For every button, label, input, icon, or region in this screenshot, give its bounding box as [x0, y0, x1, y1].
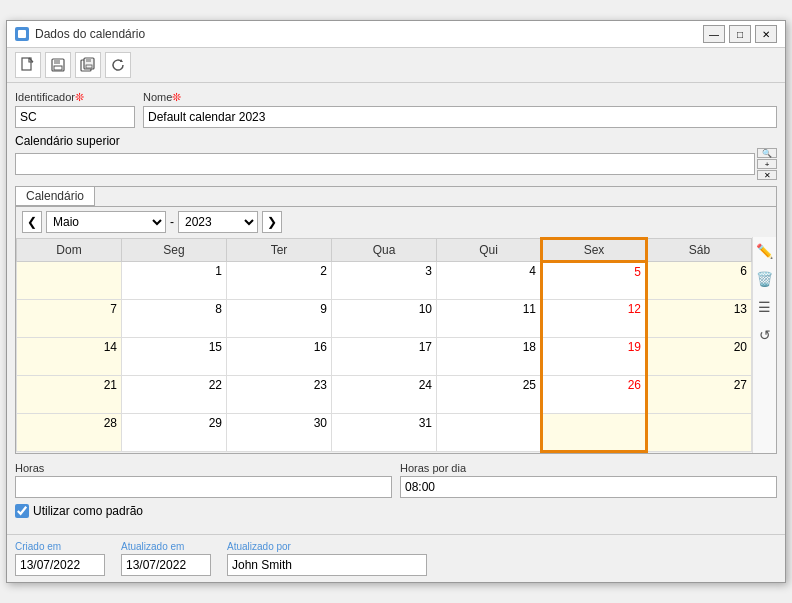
day-2[interactable]: 2	[227, 262, 332, 300]
window-title: Dados do calendário	[35, 27, 145, 41]
day-30[interactable]: 30	[227, 414, 332, 452]
day-17[interactable]: 17	[332, 338, 437, 376]
superior-row: 🔍 + ✕	[15, 148, 777, 180]
day-4[interactable]: 4	[437, 262, 542, 300]
day-8[interactable]: 8	[122, 300, 227, 338]
day-19[interactable]: 19	[542, 338, 647, 376]
refresh-button[interactable]	[105, 52, 131, 78]
padrao-checkbox[interactable]	[15, 504, 29, 518]
save-copy-button[interactable]	[75, 52, 101, 78]
identificador-input[interactable]	[15, 106, 135, 128]
footer-section: Criado em Atualizado em Atualizado por	[7, 534, 785, 582]
day-empty-sab-5[interactable]	[647, 414, 752, 452]
day-27[interactable]: 27	[647, 376, 752, 414]
next-month-button[interactable]: ❯	[262, 211, 282, 233]
day-21[interactable]: 21	[17, 376, 122, 414]
header-dom: Dom	[17, 239, 122, 262]
week-4: 21 22 23 24 25 26 27	[17, 376, 752, 414]
atualizado-em-field: Atualizado em	[121, 541, 211, 576]
header-qui: Qui	[437, 239, 542, 262]
superior-add-button[interactable]: +	[757, 159, 777, 169]
identificador-field: Identificador❊	[15, 91, 135, 128]
day-23[interactable]: 23	[227, 376, 332, 414]
day-28[interactable]: 28	[17, 414, 122, 452]
checkbox-row: Utilizar como padrão	[15, 504, 777, 518]
year-select[interactable]: 2021 2022 2023 2024 2025	[178, 211, 258, 233]
save-button[interactable]	[45, 52, 71, 78]
superior-search-button[interactable]: 🔍	[757, 148, 777, 158]
header-sex: Sex	[542, 239, 647, 262]
horas-por-dia-input[interactable]	[400, 476, 777, 498]
week-3: 14 15 16 17 18 19 20	[17, 338, 752, 376]
header-ter: Ter	[227, 239, 332, 262]
title-bar-left: Dados do calendário	[15, 27, 145, 41]
day-13[interactable]: 13	[647, 300, 752, 338]
day-29[interactable]: 29	[122, 414, 227, 452]
day-empty-1[interactable]	[17, 262, 122, 300]
day-24[interactable]: 24	[332, 376, 437, 414]
main-window: Dados do calendário — □ ✕	[6, 20, 786, 583]
window-icon	[15, 27, 29, 41]
id-name-row: Identificador❊ Nome❊	[15, 91, 777, 128]
refresh-icon-button[interactable]: ↺	[755, 325, 775, 345]
calendar-wrapper: Dom Seg Ter Qua Qui Sex Sáb	[16, 237, 776, 453]
day-5[interactable]: 5	[542, 262, 647, 300]
horas-por-dia-label: Horas por dia	[400, 462, 777, 474]
toolbar	[7, 48, 785, 83]
nome-field: Nome❊	[143, 91, 777, 128]
header-sab: Sáb	[647, 239, 752, 262]
day-12[interactable]: 12	[542, 300, 647, 338]
day-18[interactable]: 18	[437, 338, 542, 376]
day-10[interactable]: 10	[332, 300, 437, 338]
day-11[interactable]: 11	[437, 300, 542, 338]
svg-rect-4	[54, 59, 60, 64]
nome-input[interactable]	[143, 106, 777, 128]
day-16[interactable]: 16	[227, 338, 332, 376]
day-25[interactable]: 25	[437, 376, 542, 414]
week-1: 1 2 3 4 5 6	[17, 262, 752, 300]
horas-label: Horas	[15, 462, 392, 474]
day-empty-5[interactable]	[437, 414, 542, 452]
edit-icon-button[interactable]: ✏️	[755, 241, 775, 261]
list-icon-button[interactable]: ☰	[755, 297, 775, 317]
identificador-label: Identificador❊	[15, 91, 135, 104]
day-14[interactable]: 14	[17, 338, 122, 376]
criado-em-field: Criado em	[15, 541, 105, 576]
day-20[interactable]: 20	[647, 338, 752, 376]
day-6[interactable]: 6	[647, 262, 752, 300]
calendar-tab-bar: Calendário	[16, 187, 776, 207]
superior-clear-button[interactable]: ✕	[757, 170, 777, 180]
day-22[interactable]: 22	[122, 376, 227, 414]
superior-input[interactable]	[15, 153, 755, 175]
calendar-side-panel: ✏️ 🗑️ ☰ ↺	[752, 237, 776, 453]
day-31[interactable]: 31	[332, 414, 437, 452]
day-3[interactable]: 3	[332, 262, 437, 300]
day-empty-sex-5[interactable]	[542, 414, 647, 452]
horas-input[interactable]	[15, 476, 392, 498]
superior-field-container: Calendário superior 🔍 + ✕	[15, 134, 777, 180]
bottom-section: Horas Horas por dia	[15, 462, 777, 498]
close-button[interactable]: ✕	[755, 25, 777, 43]
day-15[interactable]: 15	[122, 338, 227, 376]
title-bar: Dados do calendário — □ ✕	[7, 21, 785, 48]
svg-rect-1	[22, 58, 31, 70]
padrao-label: Utilizar como padrão	[33, 504, 143, 518]
atualizado-em-input	[121, 554, 211, 576]
calendar-tab[interactable]: Calendário	[16, 187, 95, 206]
svg-rect-0	[18, 30, 26, 38]
day-26[interactable]: 26	[542, 376, 647, 414]
month-select[interactable]: Janeiro Fevereiro Março Abril Maio Junho…	[46, 211, 166, 233]
minimize-button[interactable]: —	[703, 25, 725, 43]
nome-label: Nome❊	[143, 91, 777, 104]
prev-month-button[interactable]: ❮	[22, 211, 42, 233]
maximize-button[interactable]: □	[729, 25, 751, 43]
day-9[interactable]: 9	[227, 300, 332, 338]
day-1[interactable]: 1	[122, 262, 227, 300]
header-seg: Seg	[122, 239, 227, 262]
delete-icon-button[interactable]: 🗑️	[755, 269, 775, 289]
criado-em-label: Criado em	[15, 541, 105, 552]
superior-label: Calendário superior	[15, 134, 120, 148]
criado-em-input	[15, 554, 105, 576]
day-7[interactable]: 7	[17, 300, 122, 338]
new-button[interactable]	[15, 52, 41, 78]
